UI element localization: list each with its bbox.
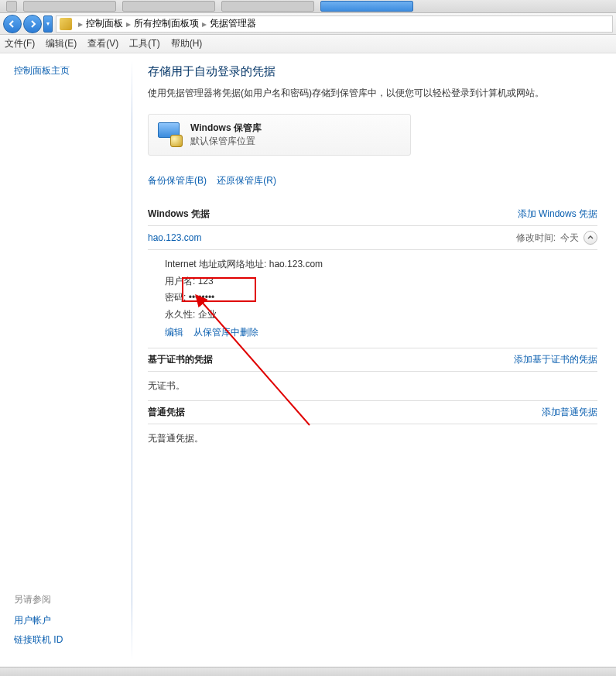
titlebar-tab[interactable]: [122, 1, 215, 12]
sidebar: 控制面板主页 另请参阅 用户帐户 链接联机 ID: [0, 53, 132, 667]
cert-empty-message: 无证书。: [148, 372, 597, 401]
forward-button[interactable]: [23, 15, 42, 33]
navigation-bar: ▾ ▸ 控制面板 ▸ 所有控制面板项 ▸ 凭据管理器: [0, 13, 616, 35]
breadcrumb-item[interactable]: 所有控制面板项: [134, 17, 199, 30]
status-bar: [0, 667, 616, 676]
titlebar-tab[interactable]: [6, 1, 17, 12]
sidebar-see-also-heading: 另请参阅: [14, 593, 125, 606]
vault-box[interactable]: Windows 保管库 默认保管库位置: [148, 114, 411, 156]
section-title: 普通凭据: [148, 406, 542, 419]
vault-actions: 备份保管库(B) 还原保管库(R): [148, 174, 597, 187]
address-bar[interactable]: ▸ 控制面板 ▸ 所有控制面板项 ▸ 凭据管理器: [56, 15, 613, 33]
sidebar-home-link[interactable]: 控制面板主页: [14, 64, 125, 77]
menu-help[interactable]: 帮助(H): [171, 37, 203, 50]
chevron-right-icon: ▸: [78, 19, 83, 29]
vault-subtitle: 默认保管库位置: [190, 135, 262, 148]
vault-icon: [156, 121, 184, 149]
detail-persist-value: 企业: [198, 309, 217, 320]
titlebar-tab-active[interactable]: [320, 1, 413, 12]
section-generic-credentials: 普通凭据 添加普通凭据: [148, 401, 597, 424]
page-description: 使用凭据管理器将凭据(如用户名和密码)存储到保管库中，以便您可以轻松登录到计算机…: [148, 87, 597, 100]
menu-edit[interactable]: 编辑(E): [46, 37, 77, 50]
detail-address-value: hao.123.com: [269, 259, 323, 269]
window-titlebar: [0, 0, 616, 13]
titlebar-tab[interactable]: [23, 1, 116, 12]
menu-view[interactable]: 查看(V): [87, 37, 118, 50]
content-area: 存储用于自动登录的凭据 使用凭据管理器将凭据(如用户名和密码)存储到保管库中，以…: [132, 53, 616, 667]
page-title: 存储用于自动登录的凭据: [148, 64, 597, 79]
titlebar-tab[interactable]: [221, 1, 314, 12]
back-button[interactable]: [3, 15, 22, 33]
chevron-up-icon: [587, 235, 594, 241]
credential-details: Internet 地址或网络地址: hao.123.com 用户名: 123 密…: [148, 250, 597, 348]
backup-vault-link[interactable]: 备份保管库(B): [148, 175, 207, 186]
edit-credential-link[interactable]: 编辑: [165, 327, 183, 338]
section-windows-credentials: Windows 凭据 添加 Windows 凭据: [148, 203, 597, 226]
collapse-button[interactable]: [583, 231, 597, 245]
detail-password-label: 密码:: [165, 292, 186, 303]
menu-tools[interactable]: 工具(T): [129, 37, 159, 50]
credential-row[interactable]: hao.123.com 修改时间: 今天: [148, 226, 597, 250]
detail-user-label: 用户名:: [165, 276, 195, 287]
section-cert-credentials: 基于证书的凭据 添加基于证书的凭据: [148, 348, 597, 372]
chevron-right-icon: ▸: [126, 19, 131, 29]
section-title: 基于证书的凭据: [148, 353, 514, 366]
credential-modified-value: 今天: [560, 232, 579, 245]
section-title: Windows 凭据: [148, 208, 518, 221]
detail-address-label: Internet 地址或网络地址:: [165, 259, 266, 269]
credential-modified-label: 修改时间:: [516, 232, 556, 245]
add-windows-credential-link[interactable]: 添加 Windows 凭据: [518, 208, 597, 221]
sidebar-user-accounts-link[interactable]: 用户帐户: [14, 614, 125, 627]
generic-empty-message: 无普通凭据。: [148, 424, 597, 453]
breadcrumb-item[interactable]: 凭据管理器: [210, 17, 256, 30]
nav-history-dropdown[interactable]: ▾: [43, 15, 53, 33]
add-cert-credential-link[interactable]: 添加基于证书的凭据: [514, 353, 597, 366]
menu-bar: 文件(F) 编辑(E) 查看(V) 工具(T) 帮助(H): [0, 35, 616, 53]
breadcrumb-item[interactable]: 控制面板: [86, 17, 123, 30]
arrow-left-icon: [9, 20, 16, 28]
chevron-right-icon: ▸: [202, 19, 207, 29]
detail-persist-label: 永久性:: [165, 309, 195, 320]
menu-file[interactable]: 文件(F): [5, 37, 35, 50]
credential-name-link[interactable]: hao.123.com: [148, 232, 516, 243]
restore-vault-link[interactable]: 还原保管库(R): [217, 175, 276, 186]
remove-credential-link[interactable]: 从保管库中删除: [193, 327, 258, 338]
sidebar-link-online-id[interactable]: 链接联机 ID: [14, 633, 125, 647]
arrow-right-icon: [29, 20, 36, 28]
detail-user-value: 123: [198, 276, 214, 287]
detail-password-value: ••••••••: [189, 292, 215, 303]
folder-icon: [60, 18, 72, 30]
add-generic-credential-link[interactable]: 添加普通凭据: [542, 406, 597, 419]
vault-title: Windows 保管库: [190, 122, 262, 135]
